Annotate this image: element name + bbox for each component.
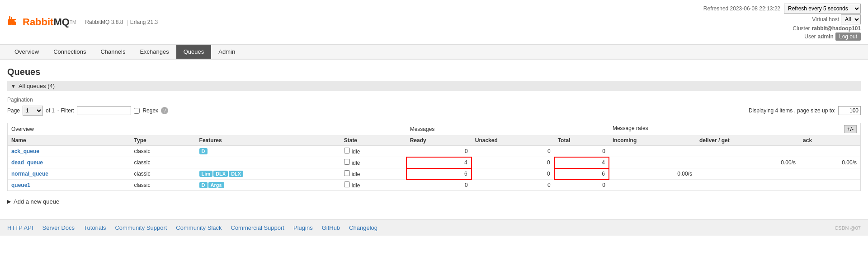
page-size-input[interactable] xyxy=(838,106,861,115)
add-queue-arrow-icon: ▶ xyxy=(7,199,11,205)
plus-minus-button[interactable]: +/- xyxy=(844,125,857,133)
table-row: dead_queueclassicidle4040.00/s0.00/s xyxy=(8,157,860,168)
nav-item-connections[interactable]: Connections xyxy=(46,45,93,59)
refresh-row: Refreshed 2023-06-08 22:13:22 Refresh ev… xyxy=(703,4,861,14)
queue-name-link[interactable]: queue1 xyxy=(11,182,30,188)
queue-unacked-cell: 0 xyxy=(472,168,554,180)
nav-item-overview[interactable]: Overview xyxy=(7,45,46,59)
queue-state-cell: idle xyxy=(340,168,406,180)
filter-input[interactable] xyxy=(77,106,131,115)
header: RabbitMQTM RabbitMQ 3.8.8 | Erlang 21.3 … xyxy=(0,0,868,45)
messages-group-header: Messages xyxy=(406,123,609,135)
queue-unacked-cell: 0 xyxy=(472,180,554,191)
nav-item-admin[interactable]: Admin xyxy=(211,45,242,59)
queue-total-cell: 6 xyxy=(554,168,609,180)
feature-tag: DLX xyxy=(229,171,243,177)
queue-state-cell: idle xyxy=(340,157,406,168)
col-state: State xyxy=(340,135,406,146)
version-info: RabbitMQ 3.8.8 xyxy=(85,19,123,25)
queue-features-cell xyxy=(196,157,340,168)
logout-button[interactable]: Log out xyxy=(835,33,861,41)
feature-tag: Args xyxy=(208,182,224,188)
help-icon[interactable]: ? xyxy=(161,107,168,114)
queue-incoming-cell xyxy=(609,180,696,191)
queue-unacked-cell: 0 xyxy=(472,146,554,157)
of-label: of 1 xyxy=(46,107,55,114)
user-row: User admin Log out xyxy=(703,33,861,41)
queue-unacked-cell: 0 xyxy=(472,157,554,168)
add-queue-label: Add a new queue xyxy=(14,198,59,205)
queue-type-cell: classic xyxy=(131,180,196,191)
erlang-info: Erlang 21.3 xyxy=(130,19,158,25)
queue-checkbox[interactable] xyxy=(344,148,350,153)
queue-ack-cell xyxy=(799,146,860,157)
col-group-header-row: Overview Messages Message rates +/- xyxy=(8,123,860,135)
overview-group-header: Overview xyxy=(8,123,406,135)
regex-checkbox[interactable] xyxy=(134,108,140,114)
pagination-label: Pagination xyxy=(7,97,861,103)
queue-name-link[interactable]: normal_queue xyxy=(11,171,48,177)
col-features: Features xyxy=(196,135,340,146)
cluster-value: rabbit@hadoop101 xyxy=(812,25,861,32)
footer-link-plugins[interactable]: Plugins xyxy=(293,224,313,231)
queue-type-cell: classic xyxy=(131,157,196,168)
col-deliver-get: deliver / get xyxy=(696,135,799,146)
logo-tm: TM xyxy=(70,20,76,25)
queue-deliver-get-cell xyxy=(696,168,799,180)
queue-state-cell: idle xyxy=(340,146,406,157)
logo-rabbit: Rabbit xyxy=(23,16,53,28)
footer-link-tutorials[interactable]: Tutorials xyxy=(84,224,106,231)
all-queues-section-header[interactable]: ▼ All queues (4) xyxy=(7,81,861,91)
queue-features-cell: DArgs xyxy=(196,180,340,191)
virtual-host-row: Virtual host All / xyxy=(703,14,861,24)
queue-total-cell: 0 xyxy=(554,180,609,191)
queue-name-link[interactable]: ack_queue xyxy=(11,148,39,154)
queue-state-cell: idle xyxy=(340,180,406,191)
table-row: queue1classicDArgsidle000 xyxy=(8,180,860,191)
queue-ack-cell: 0.00/s xyxy=(799,157,860,168)
queue-table-body: ack_queueclassicDidle000dead_queueclassi… xyxy=(8,146,860,191)
queue-name-cell: normal_queue xyxy=(8,168,131,180)
footer-link-community-support[interactable]: Community Support xyxy=(115,224,167,231)
page-label: Page xyxy=(7,107,20,114)
pagination-row: Page 1 of 1 - Filter: Regex ? Displaying… xyxy=(7,106,861,116)
add-queue-section[interactable]: ▶ Add a new queue xyxy=(7,198,861,205)
section-label: All queues (4) xyxy=(19,83,55,89)
page-select[interactable]: 1 xyxy=(23,106,43,116)
queue-incoming-cell xyxy=(609,157,696,168)
queue-checkbox[interactable] xyxy=(344,181,350,187)
queue-name-link[interactable]: dead_queue xyxy=(11,159,43,166)
footer-link-commercial-support[interactable]: Commercial Support xyxy=(231,224,285,231)
queues-table: Overview Messages Message rates +/- Name… xyxy=(8,123,860,191)
queue-state-label: idle xyxy=(352,160,360,166)
queue-checkbox[interactable] xyxy=(344,170,350,176)
filter-label: - Filter: xyxy=(57,107,74,114)
col-ack: ack xyxy=(799,135,860,146)
footer-link-http-api[interactable]: HTTP API xyxy=(7,224,33,231)
cluster-label: Cluster xyxy=(793,25,810,32)
refresh-select[interactable]: Refresh every 5 seconds Refresh every 10… xyxy=(784,4,861,14)
vhost-select[interactable]: All / xyxy=(841,14,861,24)
queue-state-label: idle xyxy=(352,171,360,177)
user-label: User xyxy=(804,33,816,40)
queue-name-cell: ack_queue xyxy=(8,146,131,157)
feature-tag: Lim xyxy=(199,171,213,177)
queue-checkbox[interactable] xyxy=(344,159,350,165)
table-row: ack_queueclassicDidle000 xyxy=(8,146,860,157)
footer-link-changelog[interactable]: Changelog xyxy=(349,224,377,231)
nav-item-channels[interactable]: Channels xyxy=(93,45,132,59)
queue-ready-cell: 0 xyxy=(406,146,472,157)
feature-tag: DLX xyxy=(213,171,228,177)
nav-item-exchanges[interactable]: Exchanges xyxy=(132,45,176,59)
queue-total-cell: 4 xyxy=(554,157,609,168)
footer-link-community-slack[interactable]: Community Slack xyxy=(176,224,222,231)
section-arrow-icon: ▼ xyxy=(11,84,16,89)
footer-link-github[interactable]: GitHub xyxy=(322,224,340,231)
svg-rect-1 xyxy=(9,16,10,20)
footer-link-server-docs[interactable]: Server Docs xyxy=(42,224,75,231)
table-row: normal_queueclassicLimDLXDLXidle6060.00/… xyxy=(8,168,860,180)
nav-item-queues[interactable]: Queues xyxy=(176,45,212,59)
svg-rect-0 xyxy=(8,19,12,25)
svg-point-4 xyxy=(14,20,16,22)
col-total: Total xyxy=(554,135,609,146)
